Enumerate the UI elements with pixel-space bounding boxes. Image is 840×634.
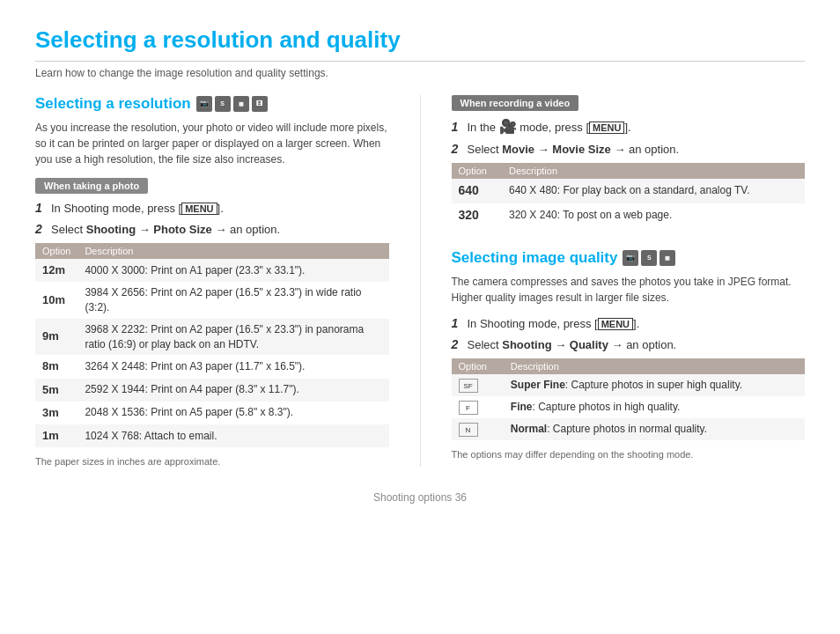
page-footer: Shooting options 36 (35, 484, 805, 504)
video-step1: 1 In the 🎥 mode, press [MENU]. (452, 118, 806, 135)
resolution-desc: As you increase the resolution, your pho… (35, 120, 389, 167)
table-row: 3m 2048 X 1536: Print on A5 paper (5.8" … (35, 402, 389, 424)
quality-step2: 2 Select Shooting → Quality → an option. (452, 337, 806, 351)
option-icon: SF (452, 374, 504, 396)
option-icon: 1m (35, 424, 77, 447)
option-icon: 9m (35, 319, 77, 356)
table-row: 8m 3264 X 2448: Print on A3 paper (11.7"… (35, 355, 389, 378)
option-icon: 10m (35, 282, 77, 319)
quality-desc: The camera compresses and saves the phot… (452, 274, 806, 306)
option-desc: 3968 X 2232: Print on A2 paper (16.5" x … (77, 319, 388, 356)
resolution-icons: 📷 S ▦ 🎞 (196, 96, 268, 112)
option-desc: Super Fine: Capture photos in super high… (504, 374, 805, 396)
option-icon: 3m (35, 402, 77, 424)
option-desc: Fine: Capture photos in high quality. (504, 396, 805, 418)
left-column: Selecting a resolution 📷 S ▦ 🎞 As you in… (35, 95, 389, 467)
quality-footnote: The options may differ depending on the … (452, 449, 806, 460)
table-row: 5m 2592 X 1944: Print on A4 paper (8.3" … (35, 379, 389, 402)
video-options-table: Option Description 640 640 X 480: For pl… (452, 163, 806, 227)
option-desc: 2048 X 1536: Print on A5 paper (5.8" x 8… (77, 402, 388, 424)
option-desc: 3264 X 2448: Print on A3 paper (11.7" x … (77, 355, 388, 378)
menu-key-photo: MENU (181, 203, 217, 215)
video-badge: When recording a video (452, 95, 579, 111)
table-row: 10m 3984 X 2656: Print on A2 paper (16.5… (35, 282, 389, 319)
quality-icons: 📷 S ▦ (623, 250, 675, 266)
table-row: 640 640 X 480: For play back on a standa… (452, 179, 806, 203)
quality-section-title: Selecting image quality 📷 S ▦ (452, 249, 806, 267)
table-row: 1m 1024 X 768: Attach to email. (35, 424, 389, 447)
photo-step2: 2 Select Shooting → Photo Size → an opti… (35, 222, 389, 236)
photo-badge: When taking a photo (35, 178, 148, 194)
option-desc: Normal: Capture photos in normal quality… (504, 418, 805, 440)
page-subtitle: Learn how to change the image resolution… (35, 67, 805, 79)
table-row: N Normal: Capture photos in normal quali… (452, 418, 806, 440)
video-col-description: Description (502, 163, 805, 179)
quality-col-option: Option (452, 358, 504, 374)
option-desc: 3984 X 2656: Print on A2 paper (16.5" x … (77, 282, 388, 319)
page-title: Selecting a resolution and quality (35, 26, 805, 62)
video-step2: 2 Select Movie → Movie Size → an option. (452, 142, 806, 156)
right-column: When recording a video 1 In the 🎥 mode, … (452, 95, 806, 467)
menu-key-video: MENU (589, 122, 624, 134)
quality-step1: 1 In Shooting mode, press [MENU]. (452, 316, 806, 330)
option-desc: 4000 X 3000: Print on A1 paper (23.3" x … (77, 259, 388, 282)
photo-footnote: The paper sizes in inches are approximat… (35, 456, 389, 467)
option-desc: 320 X 240: To post on a web page. (502, 203, 805, 228)
menu-key-quality: MENU (598, 318, 633, 330)
option-icon: N (452, 418, 504, 440)
photo-step1: 1 In Shooting mode, press [MENU]. (35, 201, 389, 215)
table-row: 320 320 X 240: To post on a web page. (452, 203, 806, 228)
option-desc: 1024 X 768: Attach to email. (77, 424, 388, 447)
table-row: 12m 4000 X 3000: Print on A1 paper (23.3… (35, 259, 389, 282)
photo-options-table: Option Description 12m 4000 X 3000: Prin… (35, 243, 389, 447)
video-camera-icon: 🎥 (499, 119, 517, 134)
option-desc: 2592 X 1944: Print on A4 paper (8.3" x 1… (77, 379, 388, 402)
option-icon: 320 (452, 203, 503, 228)
option-icon: F (452, 396, 504, 418)
table-row: 9m 3968 X 2232: Print on A2 paper (16.5"… (35, 319, 389, 356)
quality-col-description: Description (504, 358, 805, 374)
quality-options-table: Option Description SF Super Fine: Captur… (452, 358, 806, 440)
col-option: Option (35, 243, 77, 259)
table-row: SF Super Fine: Capture photos in super h… (452, 374, 806, 396)
option-icon: 8m (35, 355, 77, 378)
resolution-section-title: Selecting a resolution 📷 S ▦ 🎞 (35, 95, 389, 113)
option-desc: 640 X 480: For play back on a standard, … (502, 179, 805, 203)
video-col-option: Option (452, 163, 503, 179)
option-icon: 5m (35, 379, 77, 402)
option-icon: 12m (35, 259, 77, 282)
col-description: Description (77, 243, 388, 259)
table-row: F Fine: Capture photos in high quality. (452, 396, 806, 418)
option-icon: 640 (452, 179, 503, 203)
